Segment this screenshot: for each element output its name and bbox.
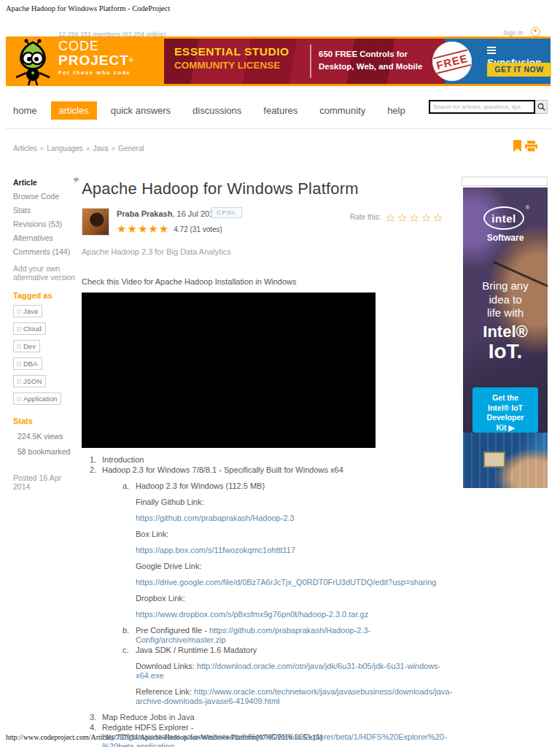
list-item: https://app.box.com/s/11fwozokqmc1ohttt1… — [82, 546, 456, 555]
page: Apache Hadoop for Windows Platform - Cod… — [0, 0, 560, 747]
posted-date: Posted 16 Apr 2014 — [13, 473, 79, 491]
tag-java[interactable]: Java — [13, 305, 42, 317]
main-nav: home articles quick answers discussions … — [13, 101, 427, 120]
nav-item-features[interactable]: features — [263, 105, 298, 116]
star-rating-icon: ★★★★★ — [117, 222, 169, 235]
logo-tagline: For those who code — [58, 69, 134, 76]
bookmarked-count: 58 bookmarked — [13, 447, 79, 456]
github-link[interactable]: https://github.com/prabaprakash/Hadoop-2… — [136, 514, 295, 522]
ad-chip-detail — [483, 452, 505, 468]
banner-ad[interactable]: ESSENTIAL STUDIO COMMUNITY LICENSE 650 F… — [164, 39, 551, 84]
tagged-as-heading: Tagged as — [13, 291, 79, 300]
nav-item-community[interactable]: community — [319, 105, 365, 116]
author-name-link[interactable]: Praba Prakash — [117, 209, 172, 218]
banner-subtitle: COMMUNITY LICENSE — [174, 60, 280, 71]
sidebar-item-revisions[interactable]: Revisions (53) — [13, 220, 79, 229]
article-toc-list: 1.Introduction 2.Hadoop 2.3 for Windows … — [82, 455, 456, 747]
nav-item-home[interactable]: home — [13, 105, 37, 116]
article-main: Apache Hadoop for Windows Platform Praba… — [82, 179, 456, 747]
tag-cloud[interactable]: Cloud — [13, 322, 46, 335]
tag-dba[interactable]: DBA — [13, 357, 42, 370]
sidebar-item-comments[interactable]: Comments (144) — [13, 247, 79, 257]
tag-checkbox-icon — [17, 362, 21, 366]
list-item: 1.Introduction — [82, 455, 456, 465]
breadcrumb-separator: » — [86, 144, 90, 152]
banner-title: ESSENTIAL STUDIO — [174, 45, 289, 58]
banner-offer-line2: Desktop, Web, and Mobile — [319, 62, 422, 71]
rate-this-label: Rate this: — [350, 213, 381, 221]
nav-item-help[interactable]: help — [387, 105, 405, 116]
list-item: 2.Hadoop 2.3 for Windows 7/8/8.1 - Speci… — [82, 465, 456, 475]
intel-iot-kit-button[interactable]: Get theIntel® IoTDeveloperKit ▶ — [472, 387, 538, 433]
site-header: CODE PROJECT® For those who code ESSENTI… — [6, 36, 551, 86]
breadcrumb-general[interactable]: General — [118, 144, 144, 152]
article-meta: Praba Prakash, 16 Jul 2014 CPOL ★★★★★4.7… — [82, 208, 456, 239]
user-avatar-icon[interactable] — [531, 27, 540, 36]
add-alternative-link[interactable]: Add your own alternative version — [13, 264, 79, 282]
tag-checkbox-icon — [17, 397, 21, 401]
breadcrumb-java[interactable]: Java — [93, 144, 108, 152]
codeproject-mascot-icon — [10, 38, 55, 89]
tag-checkbox-icon — [17, 309, 21, 314]
article-subtitle: Apache Hadoop 2.3 for Big Data Analytics — [82, 247, 456, 256]
bookmark-icon[interactable] — [513, 140, 521, 155]
google-drive-link[interactable]: https://drive.google.com/file/d/0Bz7A6rJ… — [136, 578, 436, 587]
views-count: 224.5K views — [13, 432, 79, 441]
tag-json[interactable]: JSON — [13, 375, 46, 387]
list-item: Google Drive Link: — [82, 562, 456, 571]
list-item: c.Java SDK / Runtime 1.6 Madatory — [82, 646, 456, 655]
hdfs-explorer-link[interactable]: http://bigdatainstallers.azurewebsites.n… — [102, 732, 447, 747]
sidebar-item-stats[interactable]: Stats — [13, 206, 79, 215]
tag-application[interactable]: Application — [13, 392, 61, 405]
list-item: b.Pre Configured file - https://github.c… — [82, 626, 456, 645]
syncfusion-grid-icon — [487, 47, 496, 55]
codeproject-logo[interactable]: CODE PROJECT® For those who code — [58, 39, 134, 76]
ad-tagline: Bring anyidea tolife with — [463, 279, 548, 320]
nav-item-quick-answers[interactable]: quick answers — [111, 105, 171, 116]
sidebar-item-article[interactable]: Article — [13, 178, 79, 187]
nav-item-discussions[interactable]: discussions — [192, 105, 241, 116]
list-item: a.Hadoop 2.3 for Windows (112.5 MB) — [82, 481, 456, 491]
ad-circuit-photo — [463, 433, 548, 488]
search-input[interactable] — [429, 100, 535, 114]
get-it-now-button[interactable]: GET IT NOW — [487, 63, 551, 77]
list-item: Reference Link: http://www.oracle.com/te… — [82, 687, 456, 706]
breadcrumb-languages[interactable]: Languages — [47, 144, 83, 152]
search-icon[interactable] — [535, 100, 548, 114]
article-sidebar: Article Browse Code Stats Revisions (53)… — [13, 178, 79, 491]
list-item: Download Links: http://download.oracle.c… — [82, 662, 456, 681]
ad-headline: Intel®IoT. — [463, 323, 548, 363]
logo-text-top: CODE — [58, 39, 134, 53]
sign-in-link[interactable]: Sign in — [503, 29, 524, 36]
sidebar-item-browse-code[interactable]: Browse Code — [13, 192, 79, 201]
list-item: 4.Redgate HDFS Explorer - http://bigdata… — [82, 723, 456, 747]
video-caption: Check this Video for Apache Hadoop Insta… — [82, 277, 456, 286]
rate-stars-icon[interactable]: ☆☆☆☆☆ — [385, 212, 445, 224]
dropbox-link[interactable]: https://www.dropbox.com/s/p8xsfmx9g76pn0… — [136, 610, 368, 619]
video-player[interactable] — [82, 293, 376, 448]
registered-mark: ® — [129, 57, 134, 63]
sidebar-item-alternatives[interactable]: Alternatives — [13, 233, 79, 243]
author-avatar[interactable] — [82, 208, 109, 236]
print-icon[interactable] — [525, 141, 537, 155]
rate-this: Rate this:☆☆☆☆☆ — [350, 211, 445, 225]
rating-line: ★★★★★4.72 (31 votes) — [117, 222, 222, 236]
logo-text-bottom: PROJECT® — [58, 53, 134, 67]
list-item: Dropbox Link: — [82, 594, 456, 603]
box-link[interactable]: https://app.box.com/s/11fwozokqmc1ohttt1… — [136, 546, 295, 554]
page-title: Apache Hadoop for Windows Platform — [82, 179, 456, 198]
tag-checkbox-icon — [17, 344, 21, 349]
breadcrumb-articles[interactable]: Articles — [13, 144, 37, 152]
intel-sidebar-ad[interactable]: intel ® Software Bring anyidea tolife wi… — [463, 187, 548, 488]
free-stamp-badge: FREE — [432, 42, 472, 81]
tag-dev[interactable]: Dev — [13, 340, 40, 352]
list-item: https://github.com/prabaprakash/Hadoop-2… — [82, 514, 456, 523]
tag-checkbox-icon — [17, 327, 21, 331]
nav-item-articles[interactable]: articles — [51, 101, 97, 120]
license-badge[interactable]: CPOL — [211, 207, 242, 218]
intel-software-label: Software — [463, 233, 548, 243]
breadcrumb-separator: » — [112, 144, 116, 152]
breadcrumb: Articles»Languages»Java»General — [13, 144, 144, 152]
banner-left-panel: ESSENTIAL STUDIO COMMUNITY LICENSE 650 F… — [164, 39, 445, 84]
stats-heading: Stats — [13, 417, 79, 425]
